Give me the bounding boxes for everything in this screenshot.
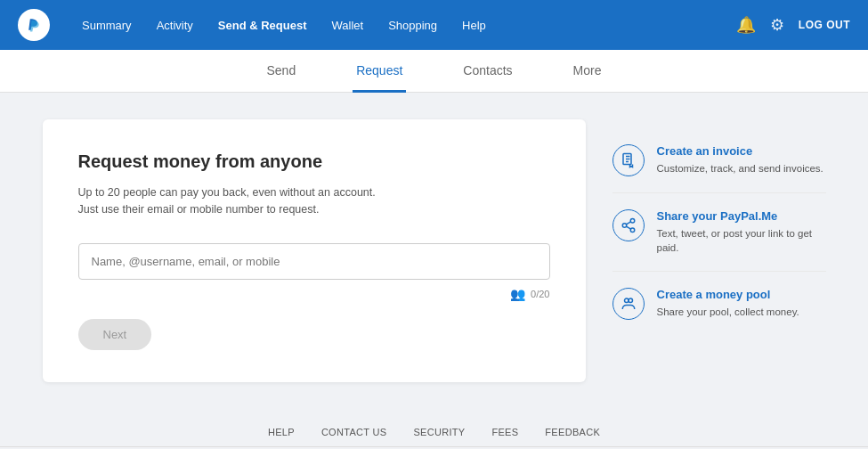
invoice-text: Create an invoice Customize, track, and … — [657, 144, 823, 176]
card-title: Request money from anyone — [78, 151, 550, 172]
footer-help[interactable]: HELP — [268, 427, 295, 437]
nav-wallet[interactable]: Wallet — [320, 12, 374, 39]
footer-fees[interactable]: FEES — [491, 427, 518, 437]
header-right: 🔔 ⚙ LOG OUT — [736, 15, 850, 35]
subnav-contacts[interactable]: Contacts — [459, 50, 515, 93]
sub-nav: Send Request Contacts More — [0, 50, 868, 93]
nav-shopping[interactable]: Shopping — [377, 12, 448, 39]
paypal-logo — [18, 9, 50, 41]
svg-point-3 — [630, 228, 635, 233]
footer-feedback[interactable]: FEEDBACK — [545, 427, 600, 437]
paypalme-text: Share your PayPal.Me Text, tweet, or pos… — [657, 209, 826, 255]
create-invoice-item[interactable]: Create an invoice Customize, track, and … — [612, 128, 826, 193]
invoice-icon — [612, 144, 645, 176]
people-icon: 👥 — [510, 287, 525, 301]
pool-text: Create a money pool Share your pool, col… — [657, 288, 799, 319]
money-pool-item[interactable]: Create a money pool Share your pool, col… — [612, 272, 826, 336]
subnav-more[interactable]: More — [570, 50, 605, 93]
pool-icon — [612, 288, 645, 320]
pool-title: Create a money pool — [657, 288, 799, 301]
nav-help[interactable]: Help — [451, 12, 497, 39]
nav-send-request[interactable]: Send & Request — [207, 12, 318, 39]
recipient-input[interactable] — [78, 243, 550, 280]
svg-point-5 — [629, 298, 633, 303]
share-icon — [612, 209, 645, 241]
share-paypalme-item[interactable]: Share your PayPal.Me Text, tweet, or pos… — [612, 193, 826, 272]
paypalme-title: Share your PayPal.Me — [657, 209, 826, 223]
card-description: Up to 20 people can pay you back, even w… — [78, 184, 399, 218]
svg-point-2 — [622, 224, 627, 228]
logout-button[interactable]: LOG OUT — [799, 19, 850, 31]
header: Summary Activity Send & Request Wallet S… — [0, 0, 868, 50]
nav-summary[interactable]: Summary — [71, 12, 142, 39]
invoice-desc: Customize, track, and send invoices. — [657, 161, 823, 176]
counter-value: 0/20 — [531, 289, 549, 299]
notification-bell-icon[interactable]: 🔔 — [736, 15, 756, 35]
subnav-send[interactable]: Send — [263, 50, 299, 93]
invoice-title: Create an invoice — [657, 144, 823, 158]
settings-gear-icon[interactable]: ⚙ — [770, 15, 784, 35]
nav-activity[interactable]: Activity — [146, 12, 204, 39]
main-content: Request money from anyone Up to 20 peopl… — [7, 93, 862, 409]
pool-desc: Share your pool, collect money. — [657, 305, 799, 319]
request-card: Request money from anyone Up to 20 peopl… — [43, 119, 586, 382]
input-counter: 👥 0/20 — [78, 287, 550, 301]
main-nav: Summary Activity Send & Request Wallet S… — [71, 12, 736, 39]
footer-contact[interactable]: CONTACT US — [321, 427, 387, 437]
right-panel: Create an invoice Customize, track, and … — [612, 119, 826, 382]
subnav-request[interactable]: Request — [353, 50, 406, 93]
recipient-input-wrapper — [78, 243, 550, 280]
svg-point-1 — [630, 219, 635, 224]
footer-security[interactable]: SECURITY — [413, 427, 465, 437]
paypalme-desc: Text, tweet, or post your link to get pa… — [657, 226, 826, 255]
footer-links: HELP CONTACT US SECURITY FEES FEEDBACK — [0, 409, 868, 446]
next-button[interactable]: Next — [78, 319, 152, 350]
bottom-bar: ©1999-2020 PayPal, Inc. All rights reser… — [0, 446, 868, 450]
